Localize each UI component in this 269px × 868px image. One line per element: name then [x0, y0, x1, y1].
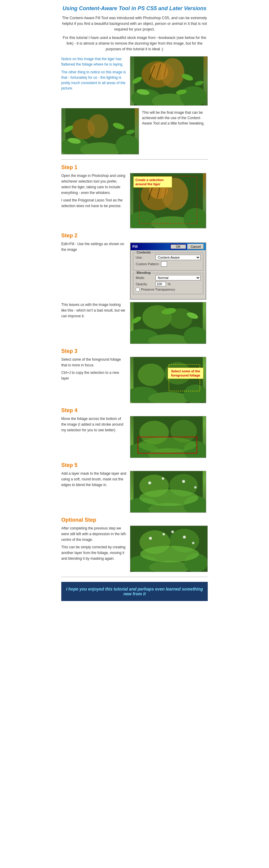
fill-use-select[interactable]: Content-Aware [156, 255, 201, 260]
fill-dialog-contents-group: Contents Use: Content-Aware Custom Patte… [133, 253, 203, 271]
step2-heading: Step 2 [61, 232, 208, 239]
fill-preserve-checkbox[interactable] [136, 288, 140, 291]
fill-use-label: Use: [136, 256, 154, 259]
svg-point-20 [88, 114, 108, 138]
step1-tiger-image: Create a selection around the tiger [130, 173, 206, 228]
step5-image-panel [130, 471, 208, 513]
step1-heading: Step 1 [61, 164, 208, 170]
step2-dialog-panel: Fill OK Cancel Contents Use: Content-Awa… [130, 241, 208, 300]
svg-point-67 [148, 481, 151, 484]
page-wrapper: Using Content-Aware Tool in PS CS5 and L… [61, 0, 208, 607]
intro-image-section: Notice on this image that the tiger has … [61, 56, 208, 106]
fill-mode-label: Mode: [136, 276, 154, 280]
step4-foliage-image [130, 416, 206, 458]
page-title: Using Content-Aware Tool in PS CS5 and L… [61, 5, 208, 12]
svg-point-49 [138, 363, 164, 386]
svg-point-69 [182, 480, 185, 483]
svg-point-59 [138, 437, 196, 452]
svg-point-79 [163, 533, 165, 535]
intro-paragraph-1: The Content-Aware Fill Tool was introduc… [61, 15, 208, 32]
step3-section: Select some of the foreground foliage th… [61, 357, 208, 403]
svg-point-81 [192, 542, 194, 544]
intro-bottom-section: This will be the final image that can be… [61, 108, 208, 154]
optional-image-panel [130, 526, 208, 572]
step3-foliage-image: Select some of the foreground foliage [130, 357, 206, 403]
optional-text2: This can be simply corrected by creating… [61, 545, 127, 562]
fill-pattern-swatch[interactable] [161, 261, 167, 267]
fill-pattern-row: Custom Pattern: [136, 261, 201, 267]
step1-text-panel: Open the image in Photoshop and using wh… [61, 173, 127, 211]
intro-bottom-left-image [61, 108, 139, 154]
side-note-2: The other thing to notice on this image … [61, 69, 127, 91]
step2-text-panel: Edit>Fill - Use the settings as shown on… [61, 241, 127, 254]
step2-text2: This leaves us with the image looking li… [61, 302, 127, 319]
step1-image-panel: Create a selection around the tiger [130, 173, 208, 228]
step2-result-image [130, 302, 206, 344]
step2-text1: Edit>Fill - Use the settings as shown on… [61, 241, 127, 253]
section-divider-2 [61, 577, 208, 577]
step4-text-panel: Move the foliage across the bottom of th… [61, 416, 127, 435]
final-note: This will be the final image that can be… [142, 110, 208, 126]
intro-bottom-right-text: This will be the final image that can be… [142, 108, 208, 154]
step3-text1: Select some of the foreground foliage th… [61, 357, 127, 368]
tiger-image-top [130, 56, 208, 106]
svg-point-82 [171, 530, 174, 533]
blending-group-label: Blending [136, 271, 152, 275]
footer-bar: I hope you enjoyed this tutorial and per… [61, 582, 208, 601]
fill-opacity-row: Opacity: % [136, 282, 201, 286]
step5-text1: Add a layer mask to the foliage layer an… [61, 471, 127, 488]
step4-text1: Move the foliage across the bottom of th… [61, 416, 127, 433]
svg-point-70 [194, 486, 197, 489]
intro-paragraph-2: For this tutorial I have used a beautifu… [61, 35, 208, 52]
svg-point-77 [140, 546, 199, 562]
fill-dialog-body: Contents Use: Content-Aware Custom Patte… [131, 250, 206, 299]
fill-pattern-label: Custom Pattern: [136, 262, 159, 266]
step4-section: Move the foliage across the bottom of th… [61, 416, 208, 458]
footer-text: I hope you enjoyed this tutorial and per… [64, 587, 205, 596]
step3-callout: Select some of the foreground foliage [168, 368, 204, 379]
step5-heading: Step 5 [61, 462, 208, 468]
intro-right-panel [130, 56, 208, 106]
step3-text2: Ctrl+J to copy the selection to a new la… [61, 370, 127, 381]
fill-opacity-input[interactable] [156, 282, 166, 286]
fill-dialog-blending-group: Blending Mode: Normal Opacity: % [133, 273, 203, 294]
fill-opacity-unit: % [168, 282, 171, 286]
fill-opacity-label: Opacity: [136, 282, 154, 286]
step1-callout: Create a selection around the tiger [133, 176, 172, 188]
step5-foliage-image [130, 471, 206, 513]
fill-dialog-cancel-btn[interactable]: Cancel [188, 244, 204, 249]
step2-result-text: This leaves us with the image looking li… [61, 302, 127, 344]
fill-dialog-title-label: Fill [132, 245, 137, 249]
fill-dialog: Fill OK Cancel Contents Use: Content-Awa… [130, 243, 206, 300]
optional-text1: After completing the previous step we we… [61, 526, 127, 543]
fill-preserve-label: Preserve Transparency [141, 288, 175, 291]
step3-heading: Step 3 [61, 348, 208, 354]
fill-mode-select[interactable]: Normal [156, 275, 201, 280]
step2-top-section: Edit>Fill - Use the settings as shown on… [61, 241, 208, 300]
side-note-1: Notice on this image that the tiger has … [61, 56, 127, 67]
svg-point-80 [183, 535, 186, 538]
fill-mode-row: Mode: Normal [136, 275, 201, 280]
step4-heading: Step 4 [61, 407, 208, 414]
optional-heading: Optional Step [61, 517, 208, 523]
optional-text-panel: After completing the previous step we we… [61, 526, 127, 564]
optional-section: After completing the previous step we we… [61, 526, 208, 572]
fill-dialog-ok-btn[interactable]: OK [170, 244, 187, 249]
foliage-image-before [61, 108, 139, 154]
svg-point-66 [139, 489, 198, 506]
step1-text1: Open the image in Photoshop and using wh… [61, 173, 127, 196]
step3-text-panel: Select some of the foreground foliage th… [61, 357, 127, 383]
step2-result-section: This leaves us with the image looking li… [61, 302, 208, 344]
step1-text2: I used the Polygonal Lasso Tool as the s… [61, 197, 127, 209]
fill-dialog-titlebar: Fill OK Cancel [131, 243, 206, 250]
step1-section: Open the image in Photoshop and using wh… [61, 173, 208, 228]
optional-foliage-image [130, 526, 208, 572]
step5-section: Add a layer mask to the foliage layer an… [61, 471, 208, 513]
contents-group-label: Contents [136, 250, 152, 254]
fill-use-row: Use: Content-Aware [136, 255, 201, 260]
svg-point-68 [162, 477, 164, 479]
fill-preserve-row: Preserve Transparency [136, 288, 201, 291]
step3-image-panel: Select some of the foreground foliage [130, 357, 208, 403]
step5-text-panel: Add a layer mask to the foliage layer an… [61, 471, 127, 490]
intro-left-panel: Notice on this image that the tiger has … [61, 56, 127, 106]
